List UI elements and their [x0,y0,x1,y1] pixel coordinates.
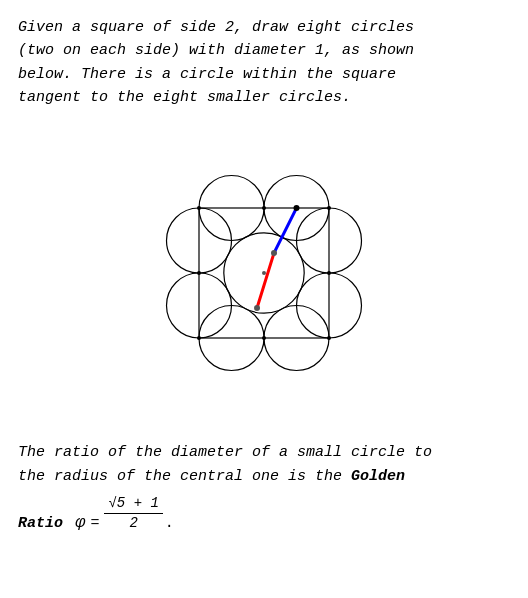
equals-sign: = [90,515,99,532]
intro-line2: (two on each side) with diameter 1, as s… [18,42,414,59]
ratio-prefix: Ratio [18,515,63,532]
svg-point-21 [294,205,300,211]
svg-point-14 [262,206,266,210]
svg-line-19 [274,208,297,253]
fraction-numerator: √5 + 1 [104,495,162,514]
diagram-container [18,123,510,423]
intro-line4: tangent to the eight smaller circles. [18,89,351,106]
svg-line-20 [257,253,274,308]
diagram-svg [109,123,419,423]
period: . [165,515,174,532]
golden-label: Golden [351,468,405,485]
svg-point-17 [327,271,331,275]
fraction-denominator: 2 [125,514,141,532]
svg-point-23 [254,305,260,311]
svg-point-13 [327,336,331,340]
phi-symbol: φ [65,513,85,532]
svg-point-18 [262,271,266,275]
intro-paragraph: Given a square of side 2, draw eight cir… [18,16,510,109]
svg-point-22 [271,250,277,256]
svg-point-12 [197,336,201,340]
svg-point-10 [197,206,201,210]
intro-line3: below. There is a circle within the squa… [18,66,396,83]
svg-point-15 [262,336,266,340]
outro-line2: the radius of the central one is the Gol… [18,468,405,485]
intro-line1: Given a square of side 2, draw eight cir… [18,19,414,36]
ratio-line: Ratio φ = √5 + 1 2 . [18,495,510,532]
svg-point-11 [327,206,331,210]
outro-line1: The ratio of the diameter of a small cir… [18,444,432,461]
svg-point-16 [197,271,201,275]
golden-ratio-fraction: √5 + 1 2 [104,495,162,532]
outro-paragraph: The ratio of the diameter of a small cir… [18,441,510,489]
